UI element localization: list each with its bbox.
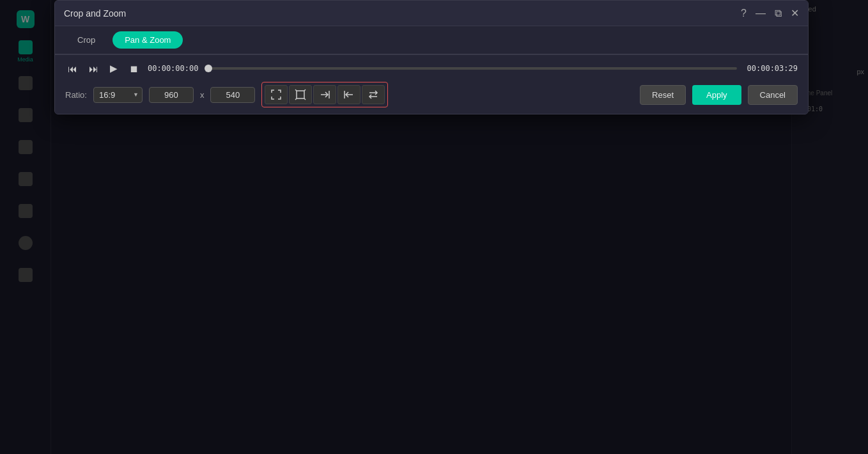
action-buttons: Reset Apply Cancel [640, 85, 798, 105]
svg-line-2 [304, 90, 306, 91]
dialog-tabs: Crop Pan & Zoom [55, 26, 808, 54]
ratio-select[interactable]: 16:9 4:3 1:1 9:16 Custom [93, 87, 143, 103]
tab-crop[interactable]: Crop [65, 31, 107, 49]
time-current: 00:00:00:00 [148, 64, 198, 73]
svg-line-4 [295, 98, 297, 100]
ratio-section: Ratio: 16:9 4:3 1:1 9:16 Custom 960 x 54… [65, 82, 388, 107]
dialog-title: Crop and Zoom [64, 8, 126, 19]
ratio-label: Ratio: [65, 90, 87, 100]
bottom-row: Ratio: 16:9 4:3 1:1 9:16 Custom 960 x 54… [65, 82, 798, 107]
apply-button[interactable]: Apply [692, 85, 741, 105]
minimize-button[interactable]: — [756, 8, 766, 19]
height-input[interactable]: 540 [210, 87, 255, 103]
svg-rect-0 [297, 91, 304, 98]
ratio-select-wrapper: 16:9 4:3 1:1 9:16 Custom [93, 87, 143, 103]
help-button[interactable]: ? [741, 8, 747, 19]
align-start-button[interactable] [337, 85, 360, 104]
svg-line-1 [295, 90, 297, 91]
fill-frame-button[interactable] [289, 85, 312, 104]
frame-back-button[interactable]: ⏭ [86, 62, 101, 75]
progress-bar[interactable] [208, 67, 736, 70]
playback-row: ⏮ ⏭ ▶ ⏹ 00:00:00:00 00:00:03:29 [65, 61, 798, 75]
crop-zoom-dialog: Crop and Zoom ? — ⧉ ✕ Crop Pan & Zoom [54, 0, 809, 114]
width-input[interactable]: 960 [149, 87, 194, 103]
size-separator: x [200, 90, 205, 100]
reset-button[interactable]: Reset [640, 85, 686, 105]
swap-button[interactable] [362, 85, 385, 104]
svg-line-3 [304, 98, 306, 100]
tab-pan-zoom[interactable]: Pan & Zoom [112, 31, 183, 49]
cancel-button[interactable]: Cancel [748, 85, 798, 105]
transform-buttons-group [261, 82, 388, 107]
time-total: 00:00:03:29 [747, 64, 798, 73]
dialog-overlay: Crop and Zoom ? — ⧉ ✕ Crop Pan & Zoom [0, 0, 868, 454]
play-button[interactable]: ▶ [107, 61, 120, 75]
progress-dot [205, 65, 212, 72]
restore-button[interactable]: ⧉ [775, 8, 782, 19]
stop-button[interactable]: ⏹ [127, 62, 141, 75]
dialog-titlebar: Crop and Zoom ? — ⧉ ✕ [55, 1, 808, 26]
fit-frame-button[interactable] [265, 85, 288, 104]
close-button[interactable]: ✕ [791, 8, 799, 19]
dialog-controls: ⏮ ⏭ ▶ ⏹ 00:00:00:00 00:00:03:29 Ratio: [55, 54, 808, 114]
titlebar-controls: ? — ⧉ ✕ [741, 8, 799, 19]
align-end-button[interactable] [313, 85, 336, 104]
step-back-button[interactable]: ⏮ [65, 62, 80, 75]
